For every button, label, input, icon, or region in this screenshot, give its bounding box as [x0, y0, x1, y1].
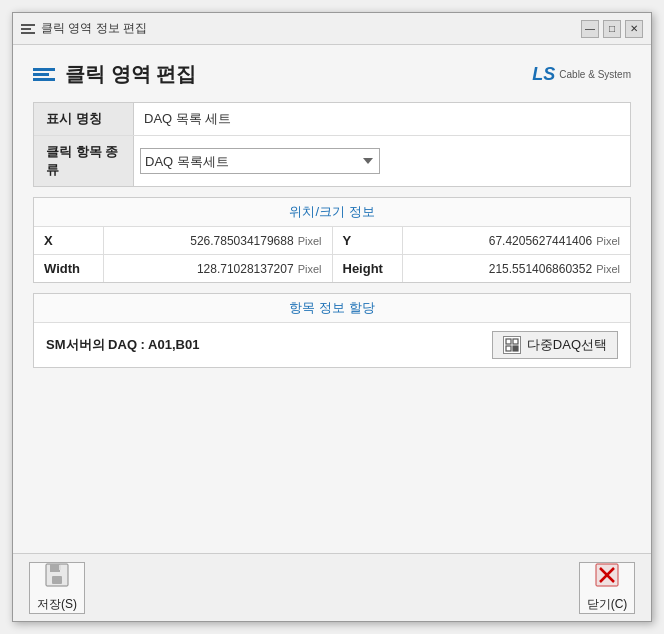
x-value: 526.785034179688 [190, 234, 293, 248]
close-label: 닫기(C) [587, 596, 628, 613]
click-type-select-wrapper: DAQ 목록세트 [134, 136, 630, 186]
footer: 저장(S) 닫기(C) [13, 553, 651, 621]
display-name-row: 표시 명칭 DAQ 목록 세트 [34, 103, 630, 136]
maximize-button[interactable]: □ [603, 20, 621, 38]
y-value-cell: 67.4205627441406 Pixel [403, 227, 631, 254]
item-section: 항목 정보 할당 SM서버의 DAQ : A01,B01 다중DAQ선택 [33, 293, 631, 368]
title-bar-controls: — □ ✕ [581, 20, 643, 38]
daq-btn-icon [503, 336, 521, 354]
spacer [33, 378, 631, 537]
width-label: Width [34, 255, 104, 282]
form-section: 표시 명칭 DAQ 목록 세트 클릭 항목 종류 DAQ 목록세트 [33, 102, 631, 187]
svg-rect-6 [52, 576, 62, 584]
y-value: 67.4205627441406 [489, 234, 592, 248]
minimize-button[interactable]: — [581, 20, 599, 38]
main-window: 클릭 영역 정보 편집 — □ ✕ 클릭 영역 편집 LS Cable & Sy… [12, 12, 652, 622]
save-label: 저장(S) [37, 596, 77, 613]
logo-text: LS [532, 64, 555, 85]
display-name-label: 표시 명칭 [34, 103, 134, 135]
x-value-cell: 526.785034179688 Pixel [104, 227, 332, 254]
title-bar-left: 클릭 영역 정보 편집 [21, 20, 147, 37]
click-type-label: 클릭 항목 종류 [34, 136, 134, 186]
page-title: 클릭 영역 편집 [65, 61, 196, 88]
svg-rect-3 [513, 346, 518, 351]
y-unit: Pixel [596, 235, 620, 247]
click-type-select[interactable]: DAQ 목록세트 [140, 148, 380, 174]
window-title: 클릭 영역 정보 편집 [41, 20, 147, 37]
y-label: Y [333, 227, 403, 254]
click-type-row: 클릭 항목 종류 DAQ 목록세트 [34, 136, 630, 186]
xy-row: X 526.785034179688 Pixel Y 67.4205627441… [34, 227, 630, 255]
display-name-value: DAQ 목록 세트 [134, 103, 630, 135]
logo-sub: Cable & System [559, 69, 631, 81]
close-icon [594, 562, 620, 594]
svg-rect-5 [50, 564, 60, 572]
item-row: SM서버의 DAQ : A01,B01 다중DAQ선택 [34, 323, 630, 367]
width-value: 128.71028137207 [197, 262, 294, 276]
logo-area: LS Cable & System [532, 64, 631, 85]
daq-select-button[interactable]: 다중DAQ선택 [492, 331, 618, 359]
svg-rect-0 [506, 339, 511, 344]
window-icon [21, 24, 35, 34]
svg-rect-7 [59, 565, 61, 570]
page-title-area: 클릭 영역 편집 [33, 61, 196, 88]
width-value-cell: 128.71028137207 Pixel [104, 255, 332, 282]
close-button[interactable]: 닫기(C) [579, 562, 635, 614]
close-title-button[interactable]: ✕ [625, 20, 643, 38]
width-unit: Pixel [298, 263, 322, 275]
save-button[interactable]: 저장(S) [29, 562, 85, 614]
position-grid: X 526.785034179688 Pixel Y 67.4205627441… [34, 227, 630, 282]
height-unit: Pixel [596, 263, 620, 275]
svg-rect-1 [513, 339, 518, 344]
page-title-icon [33, 68, 55, 81]
sm-daq-label: SM서버의 DAQ : A01,B01 [46, 336, 199, 354]
daq-btn-label: 다중DAQ선택 [527, 336, 607, 354]
svg-rect-2 [506, 346, 511, 351]
height-label: Height [333, 255, 403, 282]
position-section-header: 위치/크기 정보 [34, 198, 630, 227]
header-row: 클릭 영역 편집 LS Cable & System [33, 61, 631, 88]
item-section-header: 항목 정보 할당 [34, 294, 630, 323]
wh-row: Width 128.71028137207 Pixel Height 215.5… [34, 255, 630, 282]
height-value: 215.551406860352 [489, 262, 592, 276]
x-label: X [34, 227, 104, 254]
position-section: 위치/크기 정보 X 526.785034179688 Pixel Y 67.4… [33, 197, 631, 283]
height-value-cell: 215.551406860352 Pixel [403, 255, 631, 282]
content-area: 클릭 영역 편집 LS Cable & System 표시 명칭 DAQ 목록 … [13, 45, 651, 553]
save-icon [44, 562, 70, 594]
title-bar: 클릭 영역 정보 편집 — □ ✕ [13, 13, 651, 45]
x-unit: Pixel [298, 235, 322, 247]
